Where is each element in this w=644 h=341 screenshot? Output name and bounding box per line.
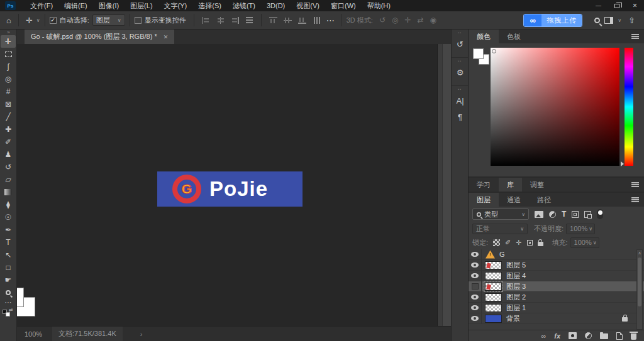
tab-layers[interactable]: 图层	[469, 193, 499, 207]
layer-thumbnail[interactable]	[485, 272, 502, 280]
layer-thumbnail[interactable]	[485, 261, 502, 269]
adjustment-layer-icon[interactable]	[585, 332, 592, 339]
menu-filter[interactable]: 滤镜(T)	[227, 0, 261, 11]
filter-pixel-layers-icon[interactable]	[535, 211, 543, 218]
tool-move[interactable]: ✛	[1, 35, 16, 48]
tool-clone-stamp[interactable]: ♟	[1, 148, 16, 161]
scroll-up-icon[interactable]: ∧	[637, 250, 642, 256]
tool-history-brush[interactable]: ↺	[1, 161, 16, 173]
visibility-toggle[interactable]	[469, 249, 482, 259]
chevron-down-icon[interactable]: ∨	[618, 18, 621, 23]
menu-file[interactable]: 文件(F)	[25, 0, 58, 11]
hue-slider[interactable]	[625, 48, 633, 166]
menu-layer[interactable]: 图层(L)	[125, 0, 158, 11]
menu-image[interactable]: 图像(I)	[93, 0, 125, 11]
filter-shape-layers-icon[interactable]	[572, 211, 579, 218]
saturation-brightness-field[interactable]	[491, 48, 619, 166]
hue-slider-marker[interactable]	[621, 161, 624, 166]
character-panel-icon[interactable]: A|	[452, 92, 469, 109]
align-center-vertical-icon[interactable]	[284, 17, 292, 24]
tool-marquee[interactable]	[1, 48, 16, 60]
zoom-level-field[interactable]: 100%	[25, 330, 52, 338]
workspace-switcher-icon[interactable]	[604, 17, 613, 24]
layer-style-icon[interactable]: fx	[554, 332, 560, 340]
chevron-down-icon[interactable]: ∨	[36, 18, 40, 23]
search-icon[interactable]	[594, 18, 600, 23]
tool-rectangle[interactable]: □	[1, 261, 16, 274]
drag-handle[interactable]: ••	[452, 60, 468, 64]
tab-libraries[interactable]: 库	[499, 178, 522, 192]
tool-type[interactable]: T	[1, 236, 16, 249]
layer-thumbnail[interactable]	[485, 315, 502, 323]
layer-thumbnail[interactable]	[485, 283, 502, 291]
distribute-horizontal-icon[interactable]	[245, 17, 253, 24]
toolbar-collapse-icon[interactable]: »	[0, 30, 16, 35]
tool-hand[interactable]: ☛	[1, 274, 16, 286]
canvas[interactable]: G PoJie	[17, 44, 451, 326]
visibility-toggle[interactable]	[469, 281, 482, 291]
fill-field[interactable]: 100% ∨	[570, 237, 599, 248]
tool-gradient[interactable]	[1, 186, 16, 198]
align-center-horizontal-icon[interactable]	[216, 17, 225, 24]
mode3d-roll[interactable]: ◎	[392, 16, 398, 24]
lock-transparency-icon[interactable]	[493, 239, 500, 246]
menu-select[interactable]: 选择(S)	[192, 0, 227, 11]
lock-position-icon[interactable]: ✛	[516, 239, 521, 247]
tab-color[interactable]: 颜色	[469, 30, 499, 43]
tool-frame[interactable]: ⊠	[1, 98, 16, 111]
menu-type[interactable]: 文字(Y)	[158, 0, 193, 11]
link-layers-icon[interactable]: ∞	[541, 332, 546, 340]
tool-object-selection[interactable]: ◎	[1, 73, 16, 85]
align-bottom-icon[interactable]	[298, 17, 306, 24]
mode3d-slide[interactable]: ⇄	[417, 16, 423, 24]
visibility-toggle[interactable]	[469, 271, 482, 281]
mode3d-camera[interactable]: ◉	[430, 16, 436, 24]
close-button[interactable]: ✕	[626, 0, 644, 11]
new-group-icon[interactable]	[600, 332, 608, 339]
menu-view[interactable]: 视图(V)	[291, 0, 325, 11]
add-mask-icon[interactable]	[569, 332, 577, 339]
tab-swatches[interactable]: 色板	[499, 30, 529, 43]
edit-toolbar-icon[interactable]: ⋯	[0, 299, 16, 306]
restore-button[interactable]	[608, 0, 626, 11]
layer-row-1[interactable]: 图层 1	[469, 303, 644, 313]
tab-paths[interactable]: 路径	[529, 193, 559, 207]
baidu-upload-button[interactable]: ∞ 拖拽上传	[523, 14, 582, 27]
document-tab[interactable]: Go - 破解.psd @ 100% (图层 3, RGB/8) * ✕	[25, 30, 174, 44]
lock-all-icon[interactable]	[538, 239, 543, 246]
tab-channels[interactable]: 通道	[499, 193, 529, 207]
tab-learn[interactable]: 学习	[469, 178, 499, 192]
status-options-chevron[interactable]: ›	[140, 330, 143, 338]
delete-layer-icon[interactable]	[631, 332, 636, 340]
filter-adjustment-layers-icon[interactable]	[549, 211, 556, 218]
move-tool-preset-icon[interactable]: ✛	[23, 16, 35, 25]
opacity-field[interactable]: 100% ∨	[566, 224, 595, 234]
layer-row-3-selected[interactable]: 图层 3	[469, 281, 644, 292]
home-icon[interactable]: ⌂	[4, 16, 14, 25]
menu-help[interactable]: 帮助(H)	[362, 0, 396, 11]
visibility-toggle[interactable]	[469, 260, 482, 270]
panel-menu-icon[interactable]	[631, 34, 639, 39]
auto-select-checkbox[interactable]: ✓	[50, 17, 57, 24]
tab-close-icon[interactable]: ✕	[164, 34, 169, 40]
layer-row-g[interactable]: G	[469, 249, 644, 260]
tool-healing-brush[interactable]: ✚	[1, 123, 16, 136]
align-top-icon[interactable]	[269, 17, 277, 24]
menu-edit[interactable]: 编辑(E)	[58, 0, 93, 11]
tool-pen[interactable]: ✒	[1, 224, 16, 236]
scrollbar-thumb[interactable]	[638, 257, 641, 306]
share-icon[interactable]: ⇧	[626, 16, 638, 25]
layer-row-5[interactable]: 图层 5	[469, 260, 644, 271]
mode3d-orbit[interactable]: ↺	[379, 16, 386, 24]
menu-window[interactable]: 窗口(W)	[325, 0, 362, 11]
color-field-marker[interactable]	[492, 49, 496, 53]
minimize-button[interactable]: —	[589, 0, 608, 11]
align-right-icon[interactable]	[231, 17, 239, 24]
tool-brush[interactable]: ✐	[1, 136, 16, 148]
tool-path-selection[interactable]: ↖	[1, 249, 16, 261]
layer-list-scrollbar[interactable]: ∧	[636, 249, 643, 330]
tool-dodge[interactable]: ☉	[1, 211, 16, 224]
layer-row-4[interactable]: 图层 4	[469, 271, 644, 281]
layer-row-2[interactable]: 图层 2	[469, 292, 644, 303]
layer-row-background[interactable]: 背景	[469, 313, 644, 324]
